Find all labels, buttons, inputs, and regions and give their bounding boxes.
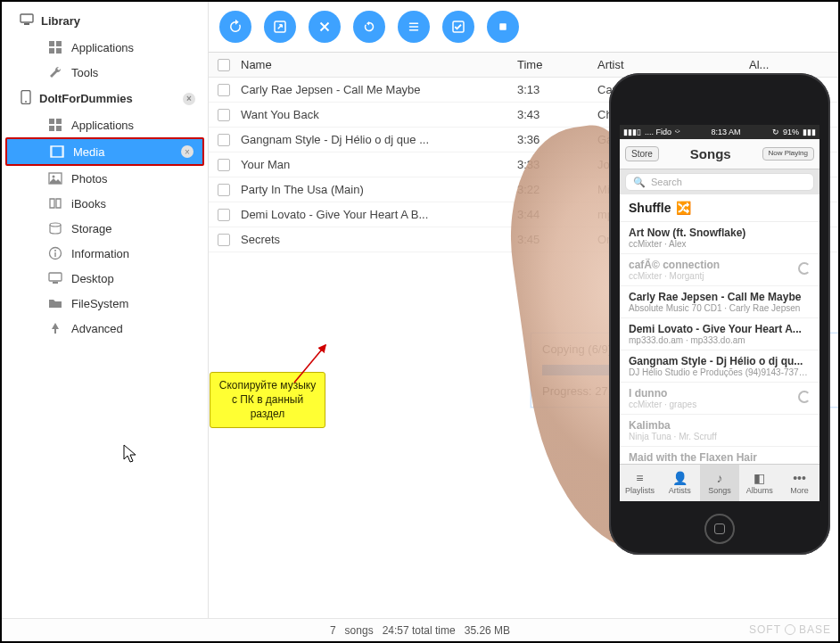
home-button[interactable] <box>704 514 735 544</box>
svg-rect-28 <box>499 23 506 30</box>
check-button[interactable] <box>442 11 474 43</box>
close-icon[interactable]: × <box>181 145 194 158</box>
phone-search-input[interactable]: 🔍 Search <box>625 173 814 191</box>
phone-song-row[interactable]: Art Now (ft. Snowflake)ccMixter · Alex <box>620 222 819 254</box>
sidebar-item-label: Applications <box>71 41 134 54</box>
refresh-button[interactable] <box>219 11 251 43</box>
row-checkbox[interactable] <box>218 134 230 146</box>
monitor-icon <box>20 12 34 29</box>
sidebar-item-applications[interactable]: Applications <box>2 112 208 137</box>
svg-rect-9 <box>56 119 62 124</box>
information-icon <box>48 246 62 260</box>
row-checkbox[interactable] <box>218 209 230 221</box>
watermark: SOFT BASE <box>749 623 831 636</box>
sidebar: Library ApplicationsTools DoItForDummies… <box>2 2 209 618</box>
svg-rect-19 <box>54 252 55 257</box>
row-checkbox[interactable] <box>218 109 230 121</box>
phone-song-row[interactable]: Gangnam Style - Dj Hélio o dj qu...DJ Hé… <box>620 350 819 383</box>
options-button[interactable] <box>398 11 430 43</box>
sidebar-item-information[interactable]: Information <box>2 241 208 266</box>
phone-tab-songs[interactable]: ♪Songs <box>700 465 740 501</box>
export-button[interactable] <box>264 11 296 43</box>
sidebar-item-photos[interactable]: Photos <box>2 166 208 191</box>
sidebar-header-device[interactable]: DoItForDummies × <box>2 85 208 112</box>
song-title: Art Now (ft. Snowflake) <box>629 227 811 239</box>
phone-tab-artists[interactable]: 👤Artists <box>660 465 700 501</box>
song-subtitle: Absolute Music 70 CD1 · Carly Rae Jepsen <box>629 303 811 313</box>
store-button[interactable]: Store <box>625 146 659 161</box>
sidebar-item-filesystem[interactable]: FileSystem <box>2 291 208 316</box>
cell-name: Want You Back <box>241 108 517 121</box>
sidebar-item-tools[interactable]: Tools <box>2 60 208 85</box>
column-album[interactable]: Al... <box>749 58 829 71</box>
sidebar-item-label: Desktop <box>71 272 114 285</box>
sidebar-item-applications[interactable]: Applications <box>2 35 208 60</box>
tab-label: Playlists <box>625 486 655 495</box>
albums-icon: ◧ <box>754 471 765 485</box>
svg-point-17 <box>50 223 61 227</box>
tab-label: More <box>790 486 809 495</box>
battery-icon: ▮▮▮ <box>803 128 816 136</box>
row-checkbox[interactable] <box>218 159 230 171</box>
reload-button[interactable] <box>353 11 385 43</box>
song-subtitle: ccMixter · Alex <box>629 239 811 249</box>
phone-song-row[interactable]: I dunnoccMixter · grapes <box>620 383 819 415</box>
phone-song-row[interactable]: Demi Lovato - Give Your Heart A...mp333.… <box>620 318 819 350</box>
stop-button[interactable] <box>487 11 519 43</box>
column-name[interactable]: Name <box>241 58 517 71</box>
phone-song-row[interactable]: Carly Rae Jepsen - Call Me MaybeAbsolute… <box>620 286 819 318</box>
song-subtitle: ccMixter · Morgantj <box>629 271 798 281</box>
sidebar-item-label: FileSystem <box>71 297 128 310</box>
phone-nav: Store Songs Now Playing <box>620 139 819 169</box>
phone-tab-albums[interactable]: ◧Albums <box>739 465 779 501</box>
svg-rect-11 <box>56 126 62 131</box>
phone-tab-playlists[interactable]: ≡Playlists <box>620 465 660 501</box>
delete-button[interactable] <box>309 11 341 43</box>
carrier: .... Fido <box>645 128 671 136</box>
now-playing-button[interactable]: Now Playing <box>762 147 814 160</box>
column-artist[interactable]: Artist <box>597 58 749 71</box>
sidebar-item-advanced[interactable]: Advanced <box>2 316 208 341</box>
svg-rect-2 <box>49 41 54 46</box>
sidebar-item-ibooks[interactable]: iBooks <box>2 191 208 216</box>
sidebar-item-label: Applications <box>71 119 134 132</box>
sidebar-item-media[interactable]: Media× <box>5 137 204 166</box>
arrow-icon <box>294 338 330 386</box>
applications-icon <box>48 40 62 54</box>
sidebar-item-label: Information <box>71 247 129 260</box>
svg-rect-0 <box>21 14 33 22</box>
sidebar-item-label: Storage <box>71 222 112 235</box>
column-time[interactable]: Time <box>517 58 597 71</box>
sidebar-header-library[interactable]: Library <box>2 7 208 35</box>
wifi-icon: ⌔ <box>675 128 679 136</box>
cell-name: Your Man <box>241 158 517 171</box>
orientation-icon: ↻ <box>772 128 779 136</box>
row-checkbox[interactable] <box>218 234 230 246</box>
song-title: Carly Rae Jepsen - Call Me Maybe <box>629 291 811 303</box>
svg-rect-24 <box>409 23 419 25</box>
svg-point-16 <box>53 176 55 178</box>
eject-icon[interactable]: × <box>183 93 195 105</box>
row-checkbox[interactable] <box>218 84 230 96</box>
phone-song-list[interactable]: Shuffle 🔀 Art Now (ft. Snowflake)ccMixte… <box>620 194 819 464</box>
advanced-icon <box>48 321 62 335</box>
ibooks-icon <box>48 196 62 210</box>
phone-song-row[interactable]: cafÃ© connectionccMixter · Morgantj <box>620 254 819 286</box>
phone-song-row[interactable]: KalimbaNinja Tuna · Mr. Scruff <box>620 415 819 447</box>
sidebar-item-label: Advanced <box>71 322 123 335</box>
shuffle-row[interactable]: Shuffle 🔀 <box>620 194 819 222</box>
songs-icon: ♪ <box>716 471 722 485</box>
sidebar-item-storage[interactable]: Storage <box>2 216 208 241</box>
select-all-checkbox[interactable] <box>218 59 230 71</box>
app-window: Library ApplicationsTools DoItForDummies… <box>0 0 840 643</box>
song-subtitle: ccMixter · grapes <box>629 400 798 409</box>
sidebar-item-desktop[interactable]: Desktop <box>2 266 208 291</box>
phone-tab-more[interactable]: •••More <box>779 465 819 501</box>
phone-tabbar: ≡Playlists👤Artists♪Songs◧Albums•••More <box>620 464 819 501</box>
phone-statusbar: ▮▮▮▯.... Fido⌔ 8:13 AM ↻91%▮▮▮ <box>620 125 819 139</box>
row-checkbox[interactable] <box>218 184 230 196</box>
song-title: Demi Lovato - Give Your Heart A... <box>629 323 811 335</box>
phone-song-row[interactable]: Maid with the Flaxen HairFine Music, Vol… <box>620 447 819 464</box>
battery-pct: 91% <box>783 128 799 136</box>
status-unit: songs <box>345 624 374 637</box>
